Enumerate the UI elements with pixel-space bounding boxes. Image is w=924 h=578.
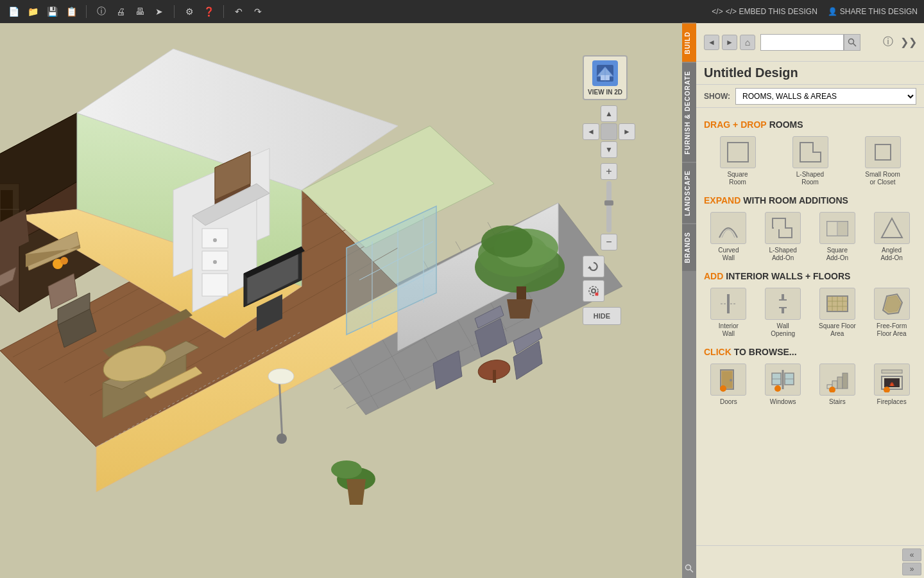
redo-icon[interactable]: ↷ [251,4,265,19]
zoom-in-button[interactable]: + [601,163,617,180]
closet-room-item[interactable]: Small Roomor Closet [849,136,916,186]
pan-center-button[interactable] [601,123,617,140]
tab-build[interactable]: BUILD [682,23,696,62]
section-browse-title: CLICK TO BROWSE... [704,347,916,357]
browse-highlight: CLICK [704,347,732,357]
svg-rect-105 [877,146,889,158]
svg-point-96 [686,565,691,570]
view-2d-button[interactable]: VIEW IN 2D [583,55,628,100]
wall-opening-item[interactable]: WallOpening [758,288,808,338]
panel-back-button[interactable]: ◄ [704,35,719,50]
svg-point-92 [592,289,595,293]
right-panel: ◄ ► ⌂ ⓘ ❯❯ Untitled Design SHOW: ROOMS, … [696,23,924,578]
drag-highlight: DRAG + DROP [704,119,767,130]
curved-wall-label: CurvedWall [718,247,739,262]
svg-rect-109 [827,222,837,236]
square-addon-item[interactable]: SquareAdd-On [813,212,862,262]
freeform-floor-label: Free-FormFloor Area [877,322,907,338]
stairs-item[interactable]: Stairs [813,363,862,406]
save-as-icon[interactable]: 📋 [64,4,78,19]
floorplan-svg[interactable] [0,42,654,578]
collapse-up-button[interactable]: « [902,548,921,561]
hide-button[interactable]: HIDE [583,307,621,325]
angled-addon-item[interactable]: AngledAdd-On [867,212,916,262]
info-icon[interactable]: ⓘ [94,4,108,19]
pan-down-button[interactable]: ▼ [601,141,617,158]
export-icon[interactable]: ➤ [152,4,166,19]
settings-view-button[interactable] [583,280,604,302]
fireplaces-item[interactable]: Fireplaces [867,363,916,406]
share-button[interactable]: 👤 SHARE THIS DESIGN [828,7,918,16]
toolbar: 📄 📁 💾 📋 ⓘ 🖨 🖶 ➤ ⚙ ❓ ↶ ↷ </> </> EMBED TH… [0,0,924,23]
fireplaces-label: Fireplaces [877,398,907,406]
sep3 [223,5,224,18]
open-file-icon[interactable]: 📁 [26,4,40,19]
pan-up-button[interactable]: ▲ [601,105,617,122]
tab-furnish[interactable]: FURNISH & DECORATE [682,62,696,162]
search-tab-icon[interactable] [682,559,696,578]
embed-button[interactable]: </> </> EMBED THIS DESIGN [712,7,817,16]
tab-landscape[interactable]: LANDSCAPE [682,162,696,223]
bottom-buttons: « » [696,545,924,578]
zoom-thumb [604,200,613,206]
undo-icon[interactable]: ↶ [232,4,246,19]
panel-search-input[interactable] [760,34,844,51]
panel-search-button[interactable] [844,34,860,51]
interior-wall-item[interactable]: InteriorWall [704,288,753,338]
lshaped-addon-item[interactable]: L-ShapedAdd-On [758,212,808,262]
svg-rect-140 [843,373,848,389]
panel-home-button[interactable]: ⌂ [740,35,755,50]
zoom-controls: + − [583,163,635,250]
help-icon[interactable]: ❓ [201,4,216,19]
windows-item[interactable]: Windows [758,363,808,406]
wall-opening-label: WallOpening [771,322,795,338]
print2-icon[interactable]: 🖶 [133,4,147,19]
rooms-grid: SquareRoom L-ShapedRoom [704,136,916,186]
panel-header: ◄ ► ⌂ ⓘ ❯❯ [696,23,924,62]
floor-area-item[interactable]: Square FloorArea [813,288,862,338]
square-addon-label: SquareAdd-On [826,247,848,262]
section-interior-title: ADD INTERIOR WALLS + FLOORS [704,271,916,281]
show-label: SHOW: [704,92,730,101]
browse-grid: Doors Windows [704,363,916,406]
panel-forward-button[interactable]: ► [722,35,737,50]
windows-label: Windows [770,398,796,406]
reset-button[interactable] [583,256,604,277]
show-select[interactable]: ROOMS, WALLS & AREAS FURNISHED DIMENSION… [735,88,916,105]
nav-controls: VIEW IN 2D ▲ ◄ ► ▼ + − [583,55,635,325]
stairs-label: Stairs [829,398,846,406]
panel-info-button[interactable]: ⓘ [880,35,896,50]
print-icon[interactable]: 🖨 [114,4,128,19]
freeform-floor-item[interactable]: Free-FormFloor Area [867,288,916,338]
browse-rest: TO BROWSE... [734,347,797,357]
show-bar: SHOW: ROOMS, WALLS & AREAS FURNISHED DIM… [696,85,924,108]
interior-rest: INTERIOR WALLS + FLOORS [726,271,850,281]
doors-item[interactable]: Doors [704,363,753,406]
square-room-item[interactable]: SquareRoom [704,136,771,186]
svg-point-130 [720,385,726,392]
share-label: SHARE THIS DESIGN [840,7,918,16]
pan-right-button[interactable]: ► [619,123,635,140]
windows-icon [765,363,801,396]
pan-left-button[interactable]: ◄ [583,123,599,140]
new-file-icon[interactable]: 📄 [6,4,21,19]
zoom-out-button[interactable]: − [601,234,617,250]
collapse-down-button[interactable]: » [902,563,921,575]
panel-search [760,34,860,51]
tab-brands[interactable]: BRANDS [682,223,696,271]
svg-rect-110 [837,222,848,236]
embed-code-icon: </> [712,7,723,16]
settings-icon[interactable]: ⚙ [182,4,196,19]
lshaped-addon-icon [765,212,801,244]
expand-highlight: EXPAND [704,195,740,206]
zoom-slider[interactable] [606,181,612,232]
additions-grid: CurvedWall L-ShapedAdd-On [704,212,916,262]
view-2d-icon [592,60,618,86]
lshaped-room-item[interactable]: L-ShapedRoom [776,136,844,186]
save-icon[interactable]: 💾 [45,4,59,19]
closet-room-icon [865,136,901,168]
curved-wall-item[interactable]: CurvedWall [704,212,753,262]
canvas-area[interactable]: VIEW IN 2D ▲ ◄ ► ▼ + − [0,23,696,578]
panel-collapse-button[interactable]: ❯❯ [901,35,916,50]
curved-wall-icon [710,212,746,244]
